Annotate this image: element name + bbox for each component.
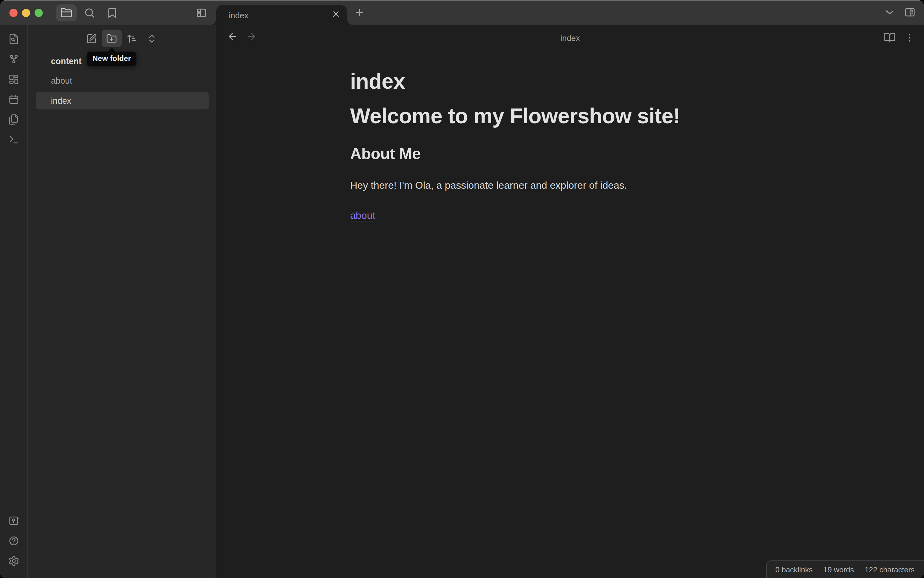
folder-icon — [60, 6, 72, 19]
calendar-icon — [8, 94, 19, 105]
file-label: about — [51, 76, 72, 85]
help-icon — [8, 535, 19, 547]
titlebar-left-section — [0, 0, 216, 25]
bookmarks-tab-button[interactable] — [103, 4, 121, 21]
more-vertical-icon — [904, 32, 915, 43]
navigate-back-button[interactable] — [226, 30, 239, 45]
panel-left-toggle-icon — [195, 6, 207, 19]
reading-mode-button[interactable] — [880, 29, 898, 46]
document-link-line: about — [350, 208, 820, 223]
view-header-actions — [880, 29, 918, 46]
file-label: index — [51, 96, 71, 106]
help-button[interactable] — [5, 532, 22, 550]
collapse-all-button[interactable] — [142, 29, 162, 47]
titlebar: index — [0, 0, 924, 25]
search-tab-button[interactable] — [81, 4, 98, 21]
file-explorer: New folder content about index — [28, 25, 216, 578]
backlinks-count[interactable]: 0 backlinks — [775, 565, 813, 574]
editor-pane: index index Welcome to my — [216, 25, 924, 578]
new-note-icon — [86, 33, 97, 44]
terminal-button[interactable] — [5, 131, 22, 148]
document-body: index Welcome to my Flowershow site! Abo… — [216, 50, 845, 223]
tab-title: index — [229, 10, 248, 20]
tab-list-dropdown-button[interactable] — [880, 4, 898, 21]
viewport: index — [0, 0, 924, 578]
canvas-button[interactable] — [5, 70, 22, 88]
tab-index[interactable]: index — [216, 5, 347, 25]
close-window-button[interactable] — [10, 8, 18, 17]
templates-icon — [8, 114, 19, 125]
view-header-title: index — [560, 33, 580, 42]
app-window: index — [0, 0, 924, 578]
new-folder-button[interactable] — [102, 29, 121, 47]
quick-switcher-button[interactable] — [5, 30, 22, 48]
titlebar-right-actions — [880, 4, 918, 21]
sort-order-button[interactable] — [121, 29, 142, 47]
close-icon — [331, 10, 341, 21]
word-count: 19 words — [824, 565, 854, 574]
status-bar: 0 backlinks 19 words 122 characters — [766, 560, 924, 578]
maximize-window-button[interactable] — [35, 8, 43, 17]
panel-right-toggle-icon — [904, 6, 916, 18]
settings-button[interactable] — [5, 552, 22, 570]
canvas-icon — [8, 73, 19, 85]
view-header: index — [216, 25, 924, 50]
arrow-left-icon — [227, 31, 238, 45]
minimize-window-button[interactable] — [22, 8, 30, 17]
graph-icon — [8, 54, 19, 65]
new-tab-button[interactable] — [351, 4, 368, 21]
book-open-icon — [884, 31, 895, 44]
toggle-left-sidebar-button[interactable] — [193, 4, 210, 21]
sort-icon — [126, 33, 137, 44]
document-heading-2: About Me — [350, 144, 820, 163]
new-note-button[interactable] — [81, 29, 102, 47]
history-navigation — [226, 30, 258, 45]
tooltip-new-folder: New folder — [87, 52, 137, 66]
ribbon — [0, 25, 28, 578]
daily-note-button[interactable] — [5, 91, 22, 108]
folder-label: content — [51, 56, 82, 66]
document-paragraph: Hey there! I'm Ola, a passionate learner… — [350, 178, 820, 193]
navigate-forward-button[interactable] — [245, 30, 258, 45]
new-folder-icon — [106, 33, 117, 44]
vault-icon — [8, 515, 19, 526]
note-inline-title: index — [350, 69, 820, 94]
file-search-icon — [8, 33, 19, 45]
gear-icon — [8, 555, 19, 567]
tree-item-about[interactable]: about — [36, 72, 209, 89]
files-tab-button[interactable] — [56, 4, 77, 21]
search-icon — [83, 6, 95, 19]
arrow-right-icon — [246, 31, 257, 45]
templates-button[interactable] — [5, 111, 22, 128]
workspace: New folder content about index — [0, 25, 924, 578]
chevron-down-icon — [884, 6, 895, 18]
about-link[interactable]: about — [350, 210, 375, 221]
character-count: 122 characters — [864, 565, 914, 574]
open-vault-button[interactable] — [5, 512, 22, 529]
plus-icon — [354, 6, 365, 18]
collapse-all-icon — [146, 33, 157, 44]
bookmark-icon — [106, 6, 118, 19]
tab-close-button[interactable] — [331, 10, 341, 21]
tab-bar: index — [216, 0, 924, 25]
document-heading-1: Welcome to my Flowershow site! — [350, 104, 820, 128]
file-explorer-toolbar — [28, 29, 215, 47]
more-options-button[interactable] — [901, 29, 918, 46]
graph-view-button[interactable] — [5, 50, 22, 68]
window-controls — [10, 8, 43, 17]
terminal-icon — [8, 134, 19, 145]
tree-item-index[interactable]: index — [36, 92, 209, 109]
toggle-right-sidebar-button[interactable] — [901, 4, 918, 21]
